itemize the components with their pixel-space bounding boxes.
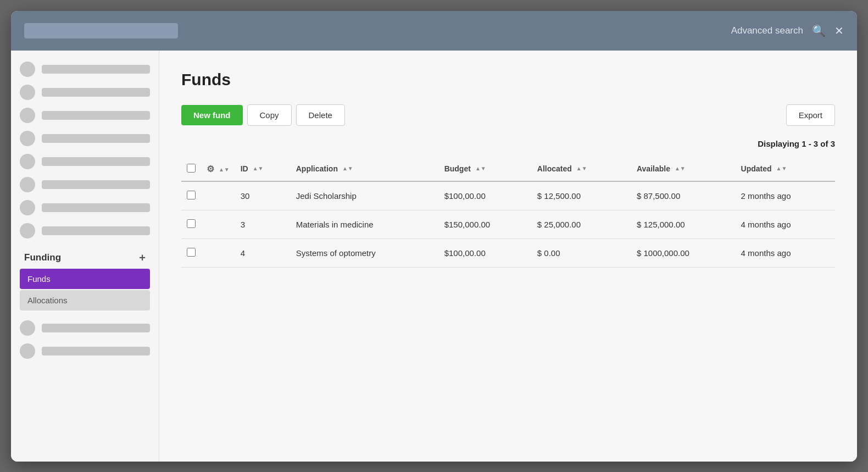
displaying-count: Displaying 1 - 3 of 3	[181, 139, 835, 148]
row-1-available: $ 125,000.00	[631, 210, 736, 238]
sidebar-bar-3	[42, 111, 150, 120]
delete-button[interactable]: Delete	[296, 104, 345, 126]
row-1-checkbox-cell[interactable]	[181, 210, 201, 238]
row-0-checkbox[interactable]	[187, 191, 196, 199]
table-row: 3 Materials in medicine $150,000.00 $ 25…	[181, 210, 835, 238]
sidebar-bottom-placeholders	[20, 320, 150, 367]
toolbar: New fund Copy Delete Export	[181, 104, 835, 126]
sort-application-icon: ▲▼	[342, 166, 353, 171]
table-header-row: ⚙ ▲▼ ID ▲▼ Application ▲▼	[181, 157, 835, 181]
sort-updated-icon: ▲▼	[776, 166, 787, 171]
sidebar-circle-8	[20, 223, 35, 238]
row-2-allocated: $ 0.00	[532, 238, 631, 267]
sidebar-circle-5	[20, 154, 35, 169]
th-select-all[interactable]	[181, 157, 201, 181]
th-budget[interactable]: Budget ▲▼	[439, 157, 532, 181]
sidebar-circle-4	[20, 131, 35, 146]
row-2-checkbox-cell[interactable]	[181, 238, 201, 267]
new-fund-button[interactable]: New fund	[181, 105, 243, 125]
sidebar-circle-6	[20, 177, 35, 192]
sidebar-placeholder-row-3	[20, 108, 150, 123]
sidebar-placeholder-row-8	[20, 223, 150, 238]
sort-budget-icon: ▲▼	[475, 166, 486, 171]
sidebar-bar-2	[42, 88, 150, 97]
row-1-application: Materials in medicine	[291, 210, 439, 238]
row-1-budget: $150,000.00	[439, 210, 532, 238]
sidebar-circle-3	[20, 108, 35, 123]
funds-table: ⚙ ▲▼ ID ▲▼ Application ▲▼	[181, 157, 835, 268]
row-2-gear-cell	[201, 238, 235, 267]
table-row: 4 Systems of optometry $100,00.00 $ 0.00…	[181, 238, 835, 267]
sidebar-placeholder-row-7	[20, 200, 150, 215]
sidebar-circle-b2	[20, 343, 35, 359]
sort-allocated-button[interactable]: Allocated ▲▼	[537, 164, 587, 173]
advanced-search-label[interactable]: Advanced search	[731, 25, 803, 36]
sidebar-item-allocations-label: Allocations	[27, 296, 68, 305]
row-1-updated: 4 months ago	[736, 210, 835, 238]
row-0-allocated: $ 12,500.00	[532, 181, 631, 210]
content-area: Funds New fund Copy Delete Export Displa…	[159, 51, 857, 462]
sort-updated-button[interactable]: Updated ▲▼	[741, 164, 787, 173]
row-0-id: 30	[235, 181, 291, 210]
th-application[interactable]: Application ▲▼	[291, 157, 439, 181]
th-id[interactable]: ID ▲▼	[235, 157, 291, 181]
sidebar-placeholder-row-2	[20, 85, 150, 100]
sort-available-button[interactable]: Available ▲▼	[637, 164, 686, 173]
row-1-gear-cell	[201, 210, 235, 238]
sidebar-placeholder-row-bottom-1	[20, 320, 150, 336]
th-gear[interactable]: ⚙ ▲▼	[201, 157, 235, 181]
select-all-checkbox[interactable]	[187, 164, 196, 173]
row-0-checkbox-cell[interactable]	[181, 181, 201, 210]
sort-allocated-icon: ▲▼	[576, 166, 587, 171]
th-allocated[interactable]: Allocated ▲▼	[532, 157, 631, 181]
row-2-id: 4	[235, 238, 291, 267]
row-0-gear-cell	[201, 181, 235, 210]
row-2-checkbox[interactable]	[187, 248, 196, 257]
sidebar-bar-6	[42, 180, 150, 189]
sidebar-bar-b2	[42, 347, 150, 356]
sidebar-circle-1	[20, 62, 35, 77]
row-1-checkbox[interactable]	[187, 219, 196, 228]
app-window: Advanced search 🔍 ✕	[11, 11, 857, 462]
topbar: Advanced search 🔍 ✕	[11, 11, 857, 51]
th-updated[interactable]: Updated ▲▼	[736, 157, 835, 181]
sidebar-item-allocations[interactable]: Allocations	[20, 290, 150, 310]
export-button[interactable]: Export	[786, 104, 835, 126]
sidebar-item-funds[interactable]: Funds	[20, 269, 150, 289]
sort-available-icon: ▲▼	[675, 166, 686, 171]
row-2-application: Systems of optometry	[291, 238, 439, 267]
sidebar-placeholder-row-6	[20, 177, 150, 192]
id-sort-icons: ▲▼	[219, 167, 230, 173]
row-2-available: $ 1000,000.00	[631, 238, 736, 267]
row-1-id: 3	[235, 210, 291, 238]
sidebar-plus-icon[interactable]: +	[139, 252, 146, 264]
sort-id-button[interactable]: ID ▲▼	[241, 164, 264, 173]
row-2-updated: 4 months ago	[736, 238, 835, 267]
sort-budget-button[interactable]: Budget ▲▼	[444, 164, 486, 173]
sidebar-bar-b1	[42, 324, 150, 332]
copy-button[interactable]: Copy	[247, 104, 292, 126]
sidebar-item-funds-label: Funds	[27, 274, 51, 284]
sidebar-bar-5	[42, 157, 150, 166]
row-0-available: $ 87,500.00	[631, 181, 736, 210]
search-icon[interactable]: 🔍	[812, 24, 826, 37]
sidebar-circle-2	[20, 85, 35, 100]
table-row: 30 Jedi Scholarship $100,00.00 $ 12,500.…	[181, 181, 835, 210]
th-available[interactable]: Available ▲▼	[631, 157, 736, 181]
sidebar: Funding + Funds Allocations	[11, 51, 159, 462]
row-1-allocated: $ 25,000.00	[532, 210, 631, 238]
row-0-application: Jedi Scholarship	[291, 181, 439, 210]
gear-icon[interactable]: ⚙	[207, 164, 214, 174]
sidebar-section-funding: Funding +	[20, 246, 150, 269]
close-icon[interactable]: ✕	[834, 24, 844, 37]
sidebar-section-funding-label: Funding	[24, 252, 61, 263]
row-0-updated: 2 months ago	[736, 181, 835, 210]
sort-application-button[interactable]: Application ▲▼	[296, 164, 353, 173]
sidebar-bar-8	[42, 226, 150, 235]
sidebar-bar-1	[42, 65, 150, 74]
page-title: Funds	[181, 70, 835, 89]
sidebar-bar-7	[42, 203, 150, 212]
sidebar-placeholder-row-1	[20, 62, 150, 77]
row-2-budget: $100,00.00	[439, 238, 532, 267]
sort-id-icon: ▲▼	[253, 166, 264, 171]
